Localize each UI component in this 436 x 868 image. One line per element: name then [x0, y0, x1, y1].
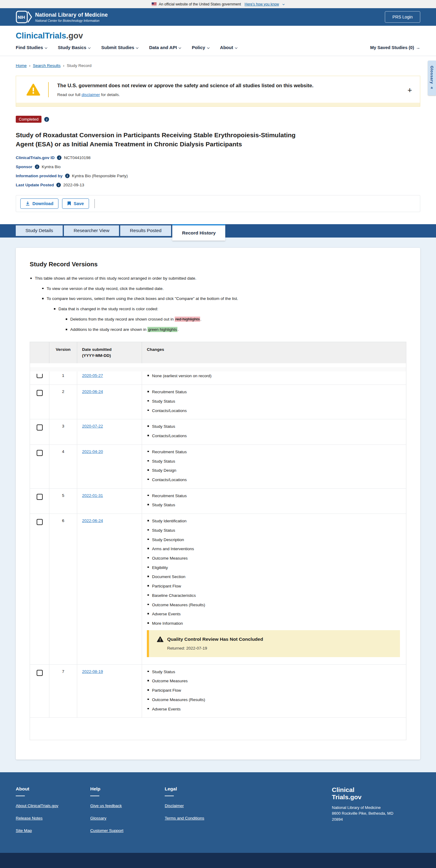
gov-banner: An official website of the United States… — [0, 0, 436, 8]
how-you-know-link[interactable]: Here's how you know — [245, 2, 279, 6]
main-nav: Find Studies Study Basics Submit Studies… — [16, 45, 420, 50]
nih-header: NIH National Library of Medicine Nationa… — [0, 8, 436, 26]
info-icon[interactable]: i — [44, 117, 49, 122]
tab-results-posted[interactable]: Results Posted — [120, 225, 171, 236]
green-highlight-sample: green highlights — [147, 327, 177, 332]
version-row-4: 4 2021-04-20 Recruitment Status Study St… — [30, 444, 406, 488]
version-6-date-link[interactable]: 2022-06-24 — [82, 518, 103, 523]
tab-study-details[interactable]: Study Details — [16, 225, 63, 236]
version-3-date-link[interactable]: 2020-07-22 — [82, 424, 103, 428]
warning-triangle-icon — [26, 83, 40, 96]
svg-text:NIH: NIH — [18, 15, 25, 20]
versions-table: Version Date submitted (YYYY-MM-DD) Chan… — [30, 342, 406, 740]
info-icon[interactable]: i — [57, 155, 62, 160]
version-number: 3 — [49, 419, 77, 444]
footer-customer-support-link[interactable]: Customer Support — [90, 828, 124, 833]
section-title: Study Record Versions — [30, 260, 406, 268]
info-icon[interactable]: i — [56, 183, 61, 187]
disclaimer-heading: The U.S. government does not review or a… — [57, 83, 313, 89]
breadcrumb: Home › Search Results › Study Record — [0, 56, 436, 68]
version-5-date-link[interactable]: 2022-01-31 — [82, 493, 103, 498]
disclaimer-link[interactable]: disclaimer — [81, 92, 100, 97]
info-icon[interactable]: i — [35, 164, 39, 169]
footer-about-clinicaltrials-link[interactable]: About ClinicalTrials.gov — [16, 803, 59, 808]
gov-banner-text: An official website of the United States… — [159, 2, 241, 6]
official-website-statement: ClinicalTrials.gov An official website o… — [128, 865, 368, 868]
study-title: Study of Roxadustat Conversion in Partic… — [16, 131, 314, 149]
version-row-2: 2 2020-06-24 Recruitment Status Study St… — [30, 384, 406, 419]
version-3-checkbox[interactable] — [37, 425, 43, 431]
nav-find-studies[interactable]: Find Studies — [16, 45, 47, 50]
arrow-right-icon: → — [416, 45, 421, 50]
ncbi-subtitle: National Center for Biotechnology Inform… — [35, 19, 108, 23]
footer-help-column: Help Give us feedback Glossary Customer … — [90, 786, 165, 841]
chevron-down-icon — [282, 3, 284, 5]
footer-terms-link[interactable]: Terms and Conditions — [165, 816, 204, 820]
glossary-side-tab[interactable]: Glossary « — [428, 61, 436, 95]
footer-disclaimer-link[interactable]: Disclaimer — [165, 803, 184, 808]
breadcrumb-search-results[interactable]: Search Results — [33, 63, 61, 68]
version-1-date-link[interactable]: 2020-05-27 — [82, 373, 103, 378]
nih-logo[interactable]: NIH National Library of Medicine Nationa… — [16, 10, 108, 23]
footer-release-notes-link[interactable]: Release Notes — [16, 816, 43, 820]
version-number: 4 — [49, 445, 77, 488]
site-header: ClinicalTrials.gov Find Studies Study Ba… — [0, 26, 436, 56]
nav-study-basics[interactable]: Study Basics — [58, 45, 90, 50]
footer-feedback-link[interactable]: Give us feedback — [90, 803, 122, 808]
header-version: Version — [49, 342, 77, 364]
field-last-update-posted: Last Update Posted i 2022-09-13 — [16, 183, 420, 187]
disclaimer-banner: The U.S. government does not review or a… — [16, 76, 420, 106]
version-4-date-link[interactable]: 2021-04-20 — [82, 449, 103, 454]
my-saved-studies-link[interactable]: My Saved Studies (0)→ — [370, 45, 420, 50]
table-empty-row — [30, 717, 406, 740]
header-date-submitted: Date submitted (YYYY-MM-DD) — [77, 342, 142, 364]
tab-researcher-view[interactable]: Researcher View — [64, 225, 119, 236]
version-2-checkbox[interactable] — [37, 390, 43, 396]
record-toolbar: Download Save — [16, 195, 420, 212]
version-row-7: 7 2022-08-19 Study Status Outcome Measur… — [30, 664, 406, 718]
table-scroll-gap — [30, 367, 406, 371]
version-6-checkbox[interactable] — [37, 519, 43, 525]
nih-logo-icon: NIH — [16, 10, 32, 23]
version-row-5: 5 2022-01-31 Recruitment Status Study St… — [30, 488, 406, 514]
version-2-date-link[interactable]: 2020-06-24 — [82, 389, 103, 394]
breadcrumb-home[interactable]: Home — [16, 63, 27, 68]
banner-bottom-strip — [16, 103, 420, 106]
version-5-checkbox[interactable] — [37, 494, 43, 500]
nav-policy[interactable]: Policy — [192, 45, 209, 50]
footer-glossary-link[interactable]: Glossary — [90, 816, 106, 820]
nlm-footer: NIH National Library of Medicine Nationa… — [0, 853, 436, 868]
warning-triangle-icon — [157, 636, 164, 642]
nav-about[interactable]: About — [220, 45, 237, 50]
table-header-row: Version Date submitted (YYYY-MM-DD) Chan… — [30, 342, 406, 364]
status-badge: Completed — [16, 116, 41, 123]
version-number: 6 — [49, 514, 77, 664]
nav-submit-studies[interactable]: Submit Studies — [101, 45, 138, 50]
chevron-down-icon — [88, 46, 91, 49]
version-7-checkbox[interactable] — [37, 670, 43, 676]
chevron-down-icon — [45, 46, 47, 49]
chevron-down-icon — [179, 46, 181, 49]
nav-data-api[interactable]: Data and API — [149, 45, 181, 50]
prs-login-button[interactable]: PRS Login — [385, 11, 420, 23]
red-highlight-sample: red highlights — [175, 317, 200, 322]
download-button[interactable]: Download — [20, 198, 59, 209]
clinicaltrials-logo[interactable]: ClinicalTrials.gov — [16, 31, 420, 40]
nlm-footer-logo[interactable]: NIH National Library of Medicine Nationa… — [16, 865, 128, 868]
expand-banner-button[interactable]: + — [407, 86, 412, 94]
chevron-down-icon — [136, 46, 138, 49]
chevron-down-icon — [207, 46, 209, 49]
footer-legal-column: Legal Disclaimer Terms and Conditions — [165, 786, 239, 841]
version-7-date-link[interactable]: 2022-08-19 — [82, 669, 103, 674]
footer-site-map-link[interactable]: Site Map — [16, 828, 32, 833]
version-1-checkbox[interactable] — [37, 374, 43, 378]
tab-record-history[interactable]: Record History — [172, 224, 225, 241]
info-icon[interactable]: i — [65, 174, 70, 178]
table-scroll-gap — [30, 363, 406, 367]
header-changes: Changes — [142, 342, 406, 364]
version-row-1: 1 2020-05-27 None (earliest version on r… — [30, 371, 406, 384]
version-number: 2 — [49, 385, 77, 419]
version-row-6: 6 2022-06-24 Study Identification Study … — [30, 514, 406, 664]
version-4-checkbox[interactable] — [37, 450, 43, 456]
save-button[interactable]: Save — [62, 198, 89, 209]
